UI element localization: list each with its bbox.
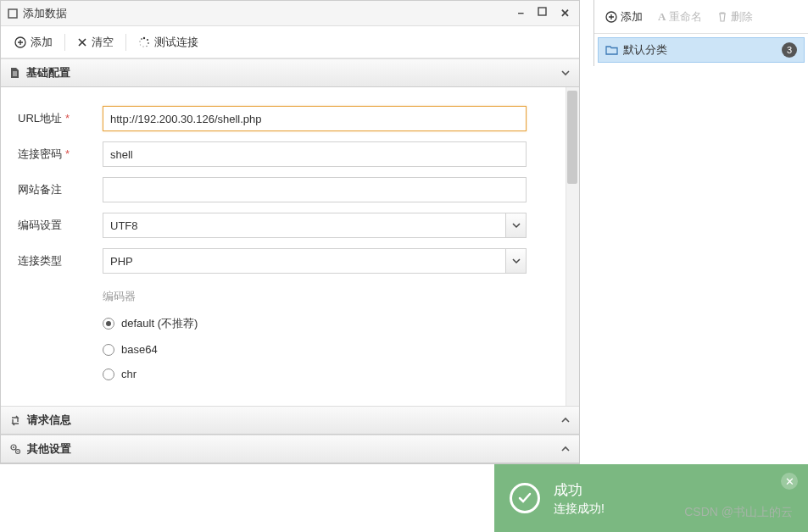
toast-text: 成功 连接成功!: [554, 480, 605, 517]
font-icon: A: [658, 10, 666, 24]
success-toast: 成功 连接成功! ✕: [494, 464, 808, 532]
note-row: 网站备注: [18, 177, 562, 202]
section-basic[interactable]: 基础配置: [1, 58, 579, 87]
svg-point-10: [141, 38, 142, 40]
clear-button[interactable]: 清空: [69, 31, 122, 53]
scrollbar[interactable]: [566, 87, 579, 406]
category-add-label: 添加: [621, 9, 643, 25]
svg-point-8: [140, 44, 141, 45]
gears-icon: [9, 443, 21, 455]
category-panel: 分类目录 (1) 添加 A 重命名 删除 默认分类 3: [593, 0, 808, 66]
svg-point-12: [13, 446, 14, 448]
section-request-label: 请求信息: [27, 413, 560, 428]
section-basic-label: 基础配置: [26, 65, 560, 80]
plus-circle-icon: [14, 36, 26, 48]
dialog-toolbar: 添加 清空 测试连接: [1, 26, 579, 58]
svg-point-3: [143, 36, 145, 38]
url-input[interactable]: [103, 106, 527, 131]
category-delete-label: 删除: [731, 9, 753, 25]
type-dropdown-button[interactable]: [505, 249, 526, 273]
svg-rect-0: [8, 9, 17, 18]
url-label: URL地址*: [18, 111, 103, 126]
note-label: 网站备注: [18, 182, 103, 197]
category-rename-label: 重命名: [669, 9, 702, 25]
dialog-title: 添加数据: [23, 6, 515, 21]
add-button-label: 添加: [31, 35, 53, 50]
encoder-base64[interactable]: base64: [103, 343, 562, 356]
test-connection-button[interactable]: 测试连接: [130, 31, 207, 53]
url-row: URL地址*: [18, 106, 562, 131]
toast-title: 成功: [554, 480, 605, 500]
password-row: 连接密码*: [18, 141, 562, 167]
type-select[interactable]: PHP: [103, 248, 527, 274]
encoding-label: 编码设置: [18, 218, 103, 233]
category-toolbar: 添加 A 重命名 删除: [594, 0, 808, 34]
radio-icon: [103, 344, 114, 356]
category-count-badge: 3: [782, 42, 797, 58]
password-input[interactable]: [103, 141, 527, 167]
svg-point-14: [17, 451, 19, 452]
svg-point-5: [148, 42, 149, 44]
encoder-default[interactable]: default (不推荐): [103, 316, 562, 331]
category-rename-button: A 重命名: [650, 6, 710, 28]
radio-icon: [103, 369, 114, 380]
plus-circle-icon: [605, 11, 617, 23]
document-icon: [9, 67, 20, 79]
check-circle-icon: [510, 483, 540, 513]
close-button[interactable]: ✕: [558, 7, 572, 19]
folder-icon: [605, 45, 618, 55]
toast-message: 连接成功!: [554, 502, 605, 517]
password-label: 连接密码*: [18, 147, 103, 162]
category-name: 默认分类: [623, 42, 667, 58]
form-scroll-area: URL地址* 连接密码* 网站备注 编码设置 UTF8: [1, 87, 579, 406]
window-icon: [8, 8, 18, 19]
encoder-default-label: default (不推荐): [121, 316, 198, 331]
type-label: 连接类型: [18, 253, 103, 269]
note-input[interactable]: [103, 177, 527, 202]
add-button[interactable]: 添加: [6, 31, 61, 53]
encoding-row: 编码设置 UTF8: [18, 213, 562, 238]
svg-point-9: [139, 41, 141, 42]
scrollbar-thumb[interactable]: [567, 91, 577, 184]
toast-close-button[interactable]: ✕: [781, 473, 798, 490]
category-add-button[interactable]: 添加: [598, 6, 650, 28]
radio-icon: [103, 318, 114, 330]
toolbar-separator: [125, 34, 126, 51]
svg-point-7: [142, 46, 143, 47]
add-data-dialog: 添加数据 − ✕ 添加 清空 测试连接: [0, 0, 580, 464]
svg-point-6: [146, 45, 148, 47]
dialog-titlebar: 添加数据 − ✕: [1, 1, 579, 26]
spinner-icon: [138, 36, 150, 48]
encoder-chr[interactable]: chr: [103, 368, 562, 380]
section-other-label: 其他设置: [27, 441, 560, 457]
type-value: PHP: [110, 255, 133, 268]
svg-rect-1: [538, 8, 546, 15]
minimize-button[interactable]: −: [515, 7, 527, 19]
trash-icon: [717, 11, 727, 22]
maximize-button[interactable]: [535, 7, 549, 19]
section-request[interactable]: 请求信息: [1, 406, 579, 435]
category-delete-button: 删除: [710, 6, 761, 28]
svg-point-4: [147, 39, 148, 41]
encoder-section: 编码器 default (不推荐) base64 chr: [103, 289, 562, 380]
category-default[interactable]: 默认分类 3: [598, 37, 805, 63]
encoder-title: 编码器: [103, 289, 562, 304]
test-button-label: 测试连接: [154, 35, 198, 50]
encoding-dropdown-button[interactable]: [505, 213, 526, 237]
retweet-icon: [9, 415, 21, 426]
chevron-up-icon: [560, 444, 571, 454]
encoder-chr-label: chr: [121, 368, 137, 380]
encoder-base64-label: base64: [121, 343, 158, 356]
encoding-value: UTF8: [110, 219, 138, 232]
chevron-up-icon: [560, 415, 571, 425]
section-other[interactable]: 其他设置: [1, 435, 579, 463]
type-row: 连接类型 PHP: [18, 248, 562, 274]
toolbar-separator: [64, 34, 65, 51]
x-icon: [77, 37, 87, 47]
chevron-down-icon: [560, 68, 571, 78]
clear-button-label: 清空: [92, 35, 114, 50]
window-controls: − ✕: [515, 7, 572, 19]
encoding-select[interactable]: UTF8: [103, 213, 527, 238]
